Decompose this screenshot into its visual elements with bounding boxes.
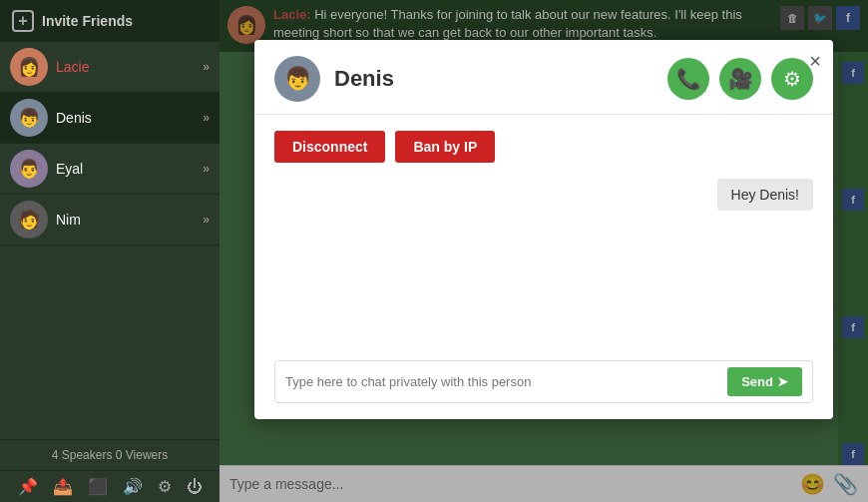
disconnect-button[interactable]: Disconnect — [274, 131, 385, 163]
video-button[interactable]: 🎥 — [719, 58, 761, 100]
upload-button[interactable]: 📤 — [53, 477, 73, 496]
avatar-lacie: 👩 — [10, 48, 48, 86]
modal-header: 👦 Denis 📞 🎥 ⚙ — [254, 40, 833, 115]
ban-ip-button[interactable]: Ban by IP — [395, 131, 495, 163]
chevron-icon-nim: » — [203, 213, 210, 227]
invite-friends-button[interactable]: + Invite Friends — [0, 0, 219, 42]
sidebar-action-bar: 📌 📤 ⬛ 🔊 ⚙ ⏻ — [0, 470, 219, 502]
modal-close-button[interactable]: × — [809, 50, 821, 73]
avatar-nim: 🧑 — [10, 201, 48, 239]
chevron-icon-denis: » — [203, 111, 210, 125]
private-chat-input[interactable] — [285, 374, 727, 389]
chat-message-bubble: Hey Denis! — [717, 179, 813, 211]
main-area: 👩 Lacie: Hi everyone! Thanks for joining… — [219, 0, 868, 502]
modal-action-row: Disconnect Ban by IP — [274, 131, 813, 163]
send-button[interactable]: Send ➤ — [727, 367, 802, 396]
private-chat-messages: Hey Denis! — [274, 179, 813, 348]
participants-list: 👩 Lacie » 👦 Denis » 👨 Eyal » 🧑 Nim » — [0, 42, 219, 439]
sidebar-item-nim[interactable]: 🧑 Nim » — [0, 195, 219, 246]
send-label: Send — [741, 374, 773, 389]
screen-button[interactable]: ⬛ — [88, 477, 108, 496]
sidebar-name-nim: Nim — [56, 212, 203, 228]
sidebar-name-denis: Denis — [56, 110, 203, 126]
chevron-icon-eyal: » — [203, 162, 210, 176]
avatar-denis: 👦 — [10, 99, 48, 137]
sidebar-name-eyal: Eyal — [56, 161, 203, 177]
sidebar-item-denis[interactable]: 👦 Denis » — [0, 93, 219, 144]
plus-icon: + — [12, 10, 34, 32]
app-container: + Invite Friends 👩 Lacie » 👦 Denis » 👨 E… — [0, 0, 868, 502]
modal-avatar: 👦 — [274, 56, 320, 102]
sidebar-name-lacie: Lacie — [56, 59, 203, 75]
chevron-icon-lacie: » — [203, 60, 210, 74]
audio-button[interactable]: 🔊 — [123, 477, 143, 496]
power-button[interactable]: ⏻ — [187, 477, 203, 496]
phone-button[interactable]: 📞 — [667, 58, 709, 100]
modal-overlay: × 👦 Denis 📞 🎥 ⚙ Disconnect — [219, 0, 868, 502]
sidebar: + Invite Friends 👩 Lacie » 👦 Denis » 👨 E… — [0, 0, 219, 502]
speakers-count: 4 Speakers 0 Viewers — [0, 439, 219, 470]
private-chat-input-row: Send ➤ — [274, 360, 813, 403]
avatar-eyal: 👨 — [10, 150, 48, 188]
modal-settings-button[interactable]: ⚙ — [771, 58, 813, 100]
modal-header-actions: 📞 🎥 ⚙ — [667, 58, 813, 100]
pin-button[interactable]: 📌 — [18, 477, 38, 496]
invite-friends-label: Invite Friends — [42, 13, 133, 29]
settings-button[interactable]: ⚙ — [158, 477, 172, 496]
modal-body: Disconnect Ban by IP Hey Denis! Send ➤ — [254, 115, 833, 419]
user-modal: × 👦 Denis 📞 🎥 ⚙ Disconnect — [254, 40, 833, 419]
sidebar-item-eyal[interactable]: 👨 Eyal » — [0, 144, 219, 195]
modal-title: Denis — [334, 66, 667, 92]
sidebar-item-lacie[interactable]: 👩 Lacie » — [0, 42, 219, 93]
send-icon: ➤ — [777, 374, 788, 389]
